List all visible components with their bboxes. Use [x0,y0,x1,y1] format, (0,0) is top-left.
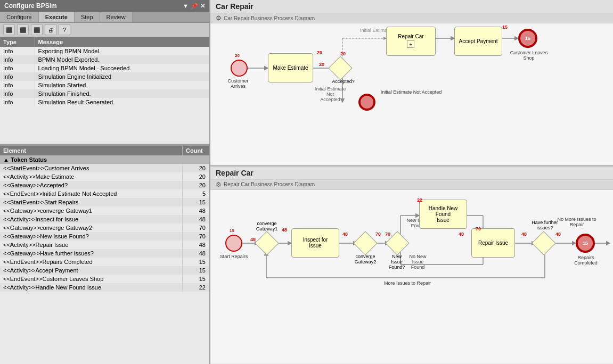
make-estimate-task: Make Estimate [268,53,313,82]
count-element: <<Activity>>Repair Issue [0,241,183,249]
log-type: Info [0,98,35,106]
toolbar-btn-1[interactable]: ⬛ [3,24,15,35]
count-value: 70 [183,224,209,232]
count-element: <<EndEvent>>Initial Estimate Not Accepte… [0,189,183,198]
count-element: <<Gateway>>New Issue Found? [0,232,183,241]
panel-title: Configure BPSim [4,2,57,10]
start-repairs-event: 15 [225,235,242,252]
handle-new-issue-task: Handle NewFoundIssue [419,200,467,229]
initial-not-accepted-path-label: Initial Estimate NotAccepted [312,86,349,102]
count-element: <<Activity>>Inspect for Issue [0,215,183,224]
right-panel: Car Repair ⚙ Car Repair Business Process… [210,0,613,364]
inspect-num: 48 [282,227,287,233]
repair-issue-num-top: 70 [476,226,481,231]
count-value: 15 [183,198,209,206]
repairs-completed-label: Repairs Completed [567,255,604,266]
toolbar-btn-3[interactable]: ⬛ [31,24,43,35]
further-num-right: 48 [555,231,561,237]
car-repair-canvas[interactable]: 20 Customer Arrives Make Estimate 20 Acc… [210,23,613,164]
converge-gw2-num-left: 48 [342,231,348,237]
log-message: Simulation Engine Initialized [35,72,209,81]
count-element: <<Gateway>>converge Gateway2 [0,224,183,232]
repair-car-label: Repair Car [398,34,423,39]
no-new-issue-label: No NewIssueFound [403,254,432,270]
tab-execute[interactable]: Execute [39,12,75,22]
log-table: Type Message InfoExporting BPMN Model.In… [0,37,209,144]
toolbar: ⬛ ⬛ ⬛ 🖨 ? [0,23,209,37]
log-col-type: Type [0,37,35,47]
header-controls: ▼ 📌 ✕ [183,3,205,10]
count-element: <<Activity>>Handle New Found Issue [0,283,183,292]
count-value: 22 [183,283,209,292]
log-type: Info [0,89,35,98]
minimize-icon[interactable]: ▼ [183,3,189,9]
log-message: Simulation Finished. [35,89,209,98]
toolbar-help[interactable]: ? [59,24,70,35]
converge-gateway1 [255,231,279,255]
count-value: 15 [183,275,209,283]
accepted-num2: 20 [340,51,346,56]
count-element: <<Activity>>Accept Payment [0,266,183,275]
log-message: Simulation Result Generated. [35,98,209,106]
log-type: Info [0,81,35,89]
repair-issue-task: Repair Issue [471,228,515,258]
converge-gw1-num: 48 [250,237,256,242]
initial-not-accepted-label: Initial Estimate Not Accepted [377,89,446,95]
initial-not-accepted-event [358,94,375,111]
repair-car-title: Repair Car [210,167,613,180]
converge-gateway1-label: convergeGateway1 [251,221,283,231]
car-repair-title: Car Repair [210,0,613,13]
close-icon[interactable]: ✕ [200,3,205,10]
make-estimate-num: 20 [317,50,322,55]
count-element: <<StartEvent>>Customer Arrives [0,164,183,172]
more-issues-label: More Issues to Repair [375,280,439,286]
new-issue-num: 70 [385,231,390,237]
tab-configure[interactable]: Configure [0,12,39,22]
count-value: 20 [183,164,209,172]
pin-icon[interactable]: 📌 [191,3,198,10]
count-value: 15 [183,258,209,266]
inspect-issue-label: Inspect forIssue [303,237,328,249]
handle-num: 22 [417,197,422,203]
car-repair-diagram: Car Repair ⚙ Car Repair Business Process… [210,0,613,165]
repair-car-arrows [210,190,613,363]
converge-gw2-num-right: 70 [375,231,381,237]
count-col-element: Element [0,146,183,155]
log-type: Info [0,55,35,64]
log-type: Info [0,72,35,81]
log-message: Loading BPMN Model - Succeeded. [35,64,209,72]
further-issues-gateway [532,231,555,255]
count-value: 70 [183,232,209,241]
count-element: <<StartEvent>>Start Repairs [0,198,183,206]
count-value: 48 [183,215,209,224]
accepted-gateway [328,56,352,80]
repair-issue-label: Repair Issue [478,240,508,246]
customer-leaves-label: Customer Leaves Shop [508,50,550,61]
count-element: <<Gateway>>Accepted? [0,181,183,189]
count-element: <<Gateway>>converge Gateway1 [0,206,183,215]
customer-leaves-event: 15 [518,29,537,48]
accept-payment-task: Accept Payment [454,27,502,56]
accepted-num: 20 [319,62,324,67]
toolbar-print[interactable]: 🖨 [45,24,56,35]
tab-step[interactable]: Step [75,12,100,22]
log-message: Exporting BPMN Model. [35,47,209,55]
converge-gateway2-label: convergeGateway2 [349,254,382,264]
no-more-issues-label: No More Issues to Repair [555,217,598,227]
repair-car-subtitle: ⚙ Repair Car Business Process Diagram [210,180,613,190]
accept-payment-label: Accept Payment [459,38,498,44]
tab-review[interactable]: Review [100,12,133,22]
toolbar-btn-2[interactable]: ⬛ [17,24,29,35]
count-col-count: Count [183,146,209,155]
count-value: 20 [183,172,209,181]
inspect-issue-task: Inspect forIssue [291,228,339,258]
converge-gateway2 [353,231,377,255]
start-repairs-label: Start Repairs [218,254,250,259]
count-value: 20 [183,181,209,189]
repairs-completed-event: 15 [576,234,595,253]
count-value: 48 [183,249,209,258]
further-num-left: 48 [521,231,527,237]
log-type: Info [0,47,35,55]
log-type: Info [0,64,35,72]
repair-car-canvas[interactable]: 15 Start Repairs convergeGateway1 48 Ins… [210,190,613,363]
